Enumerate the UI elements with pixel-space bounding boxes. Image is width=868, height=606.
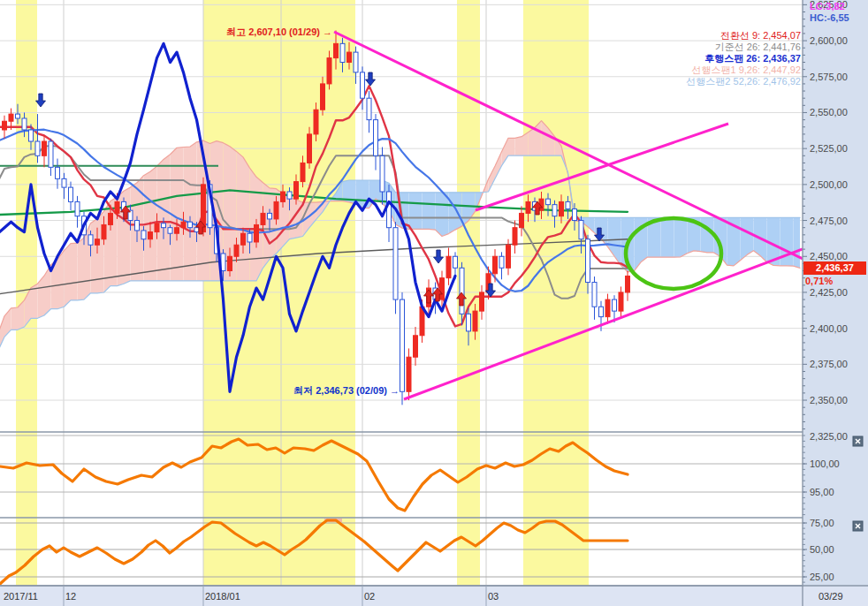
candle: [619, 292, 623, 311]
svg-text:100,00: 100,00: [810, 458, 840, 469]
svg-text:02: 02: [364, 591, 375, 602]
candle: [334, 43, 339, 57]
svg-text:50,00: 50,00: [810, 544, 834, 555]
candle: [255, 224, 259, 242]
svg-text:2,575,00: 2,575,00: [810, 72, 848, 82]
legend-row: 선행스팬2 52,26: 2,476,92: [686, 76, 801, 87]
session-highlight-band: [523, 0, 589, 586]
candle: [499, 256, 504, 268]
candle: [49, 141, 53, 167]
candle: [75, 201, 80, 216]
chart-window: 2,625,002,600,002,575,002,550,002,525,00…: [0, 0, 868, 606]
candle: [321, 84, 325, 110]
candle: [493, 256, 498, 274]
candle: [566, 201, 570, 208]
candle: [327, 58, 331, 84]
time-axis[interactable]: [0, 587, 868, 606]
candle: [301, 163, 305, 181]
candle: [592, 283, 597, 307]
candle: [115, 201, 119, 213]
candle: [274, 201, 278, 219]
candle: [473, 311, 477, 331]
candle: [62, 178, 66, 187]
svg-text:2,375,00: 2,375,00: [810, 359, 848, 369]
candle: [9, 114, 13, 121]
current-price-badge: 2,436,37: [803, 261, 866, 275]
main-price-chart[interactable]: [0, 31, 803, 405]
svg-text:2018/01: 2018/01: [205, 591, 240, 602]
candle: [56, 167, 60, 178]
chart-canvas[interactable]: 2,625,002,600,002,575,002,550,002,525,00…: [0, 0, 868, 606]
candle: [175, 228, 179, 234]
candle: [586, 239, 590, 283]
candle: [281, 192, 286, 201]
svg-text:12: 12: [65, 591, 76, 602]
candle: [234, 245, 239, 256]
svg-text:75,00: 75,00: [810, 518, 834, 528]
legend-row: 전환선 9: 2,454,07: [686, 30, 801, 42]
candle: [241, 233, 246, 245]
candle: [16, 114, 20, 118]
candle: [188, 222, 193, 228]
price-axis[interactable]: [803, 0, 868, 606]
svg-text:2,325,00: 2,325,00: [810, 431, 848, 442]
candle: [102, 224, 106, 239]
candle: [626, 276, 630, 292]
candle: [393, 228, 398, 299]
legend-row: 후행스팬 26: 2,436,37: [686, 53, 801, 64]
candle: [520, 213, 524, 227]
svg-text:03: 03: [488, 591, 499, 602]
candle: [599, 307, 604, 316]
hc-value-label: HC:-6,55: [810, 12, 849, 24]
candle: [579, 221, 583, 239]
candle: [414, 336, 418, 357]
candle: [440, 278, 445, 299]
svg-text:2,550,00: 2,550,00: [810, 107, 848, 117]
svg-text:25,00: 25,00: [810, 572, 834, 582]
candle: [148, 232, 153, 239]
candle: [42, 141, 47, 155]
candle: [407, 357, 411, 391]
candle: [446, 256, 451, 277]
candle: [340, 43, 345, 62]
candle: [560, 201, 564, 216]
candle: [261, 213, 265, 224]
candle: [314, 110, 318, 134]
svg-text:2,400,00: 2,400,00: [810, 323, 848, 334]
svg-text:2,500,00: 2,500,00: [810, 179, 848, 190]
candle: [22, 118, 27, 130]
svg-text:2,600,00: 2,600,00: [810, 35, 848, 46]
candle: [605, 299, 610, 317]
candle: [294, 182, 299, 200]
candle: [387, 192, 392, 228]
svg-text:2,350,00: 2,350,00: [810, 395, 848, 405]
ichimoku-legend: 전환선 9: 2,454,07기준선 26: 2,441,76후행스팬 26: …: [686, 30, 801, 87]
candle: [95, 239, 100, 246]
candle: [361, 72, 365, 98]
svg-text:2,450,00: 2,450,00: [810, 251, 848, 261]
sell-signal-arrow-icon: [36, 94, 46, 107]
svg-text:2,425,00: 2,425,00: [810, 287, 848, 298]
legend-row: 기준선 26: 2,441,76: [686, 42, 801, 53]
candle: [506, 245, 511, 268]
candle: [88, 235, 93, 245]
candle: [546, 199, 551, 205]
candle: [613, 299, 617, 311]
lc-value-label: LC:3,82: [810, 1, 845, 12]
candle: [460, 268, 464, 314]
svg-text:03/29: 03/29: [819, 591, 843, 602]
candle: [552, 205, 557, 216]
candle: [480, 292, 484, 311]
candle: [374, 120, 378, 156]
candle: [135, 221, 140, 231]
candle: [526, 201, 530, 213]
candle: [513, 228, 517, 246]
candle: [181, 222, 186, 228]
candle: [3, 121, 7, 130]
session-highlight-band: [203, 0, 355, 586]
low-annotation: 최저 2,346,73 (02/09) →: [293, 385, 400, 397]
trendline[interactable]: [476, 124, 728, 210]
candle: [29, 130, 34, 141]
candle: [354, 52, 358, 72]
candle: [141, 231, 146, 239]
